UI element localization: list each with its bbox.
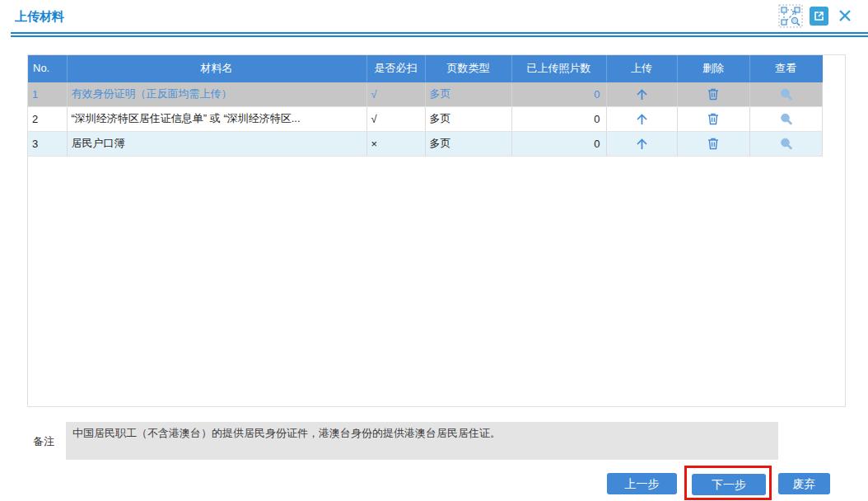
row-number: 3	[28, 131, 67, 156]
upload-icon[interactable]	[632, 85, 651, 103]
uploaded-count: 0	[511, 106, 606, 131]
upload-cell	[606, 131, 677, 156]
required-flag: √	[366, 82, 425, 106]
upload-cell	[606, 106, 677, 131]
delete-cell	[677, 82, 749, 106]
view-icon[interactable]	[777, 134, 795, 152]
close-icon[interactable]	[835, 6, 855, 26]
materials-table-panel: No. 材料名 是否必扫 页数类型 已上传照片数 上传 删除 查看 1 有效身份…	[27, 54, 846, 407]
upload-cell	[606, 82, 677, 106]
column-header-upload: 上传	[606, 55, 677, 82]
uploaded-count: 0	[511, 131, 606, 156]
view-cell	[749, 82, 822, 106]
column-header-delete: 删除	[677, 55, 749, 82]
remark-label: 备注	[33, 434, 54, 449]
page-type: 多页	[425, 131, 511, 156]
next-step-button[interactable]: 下一步	[692, 474, 766, 495]
uploaded-count: 0	[511, 82, 606, 106]
table-row[interactable]: 1 有效身份证明（正反面均需上传） √ 多页 0	[28, 82, 822, 106]
title-separator	[11, 32, 868, 37]
page-type: 多页	[425, 106, 511, 131]
page-type: 多页	[425, 82, 511, 106]
column-header-uploaded-count: 已上传照片数	[511, 55, 606, 82]
delete-icon[interactable]	[704, 110, 722, 128]
column-header-no: No.	[28, 55, 67, 82]
zoom-region-icon[interactable]	[778, 4, 803, 28]
material-name: “深圳经济特区居住证信息单” 或 “深圳经济特区...	[67, 106, 366, 131]
page-title: 上传材料	[15, 9, 64, 25]
view-icon[interactable]	[777, 85, 795, 103]
remark-textarea[interactable]: 中国居民职工（不含港澳台）的提供居民身份证件，港澳台身份的提供港澳台居民居住证。	[66, 422, 778, 460]
delete-cell	[677, 106, 749, 131]
table-header: No. 材料名 是否必扫 页数类型 已上传照片数 上传 删除 查看	[28, 55, 822, 82]
view-cell	[749, 131, 822, 156]
column-header-page-type: 页数类型	[425, 55, 511, 82]
table-body: 1 有效身份证明（正反面均需上传） √ 多页 0	[28, 82, 822, 156]
previous-step-button[interactable]: 上一步	[607, 473, 677, 494]
open-external-icon[interactable]	[810, 7, 828, 26]
required-flag: √	[366, 106, 425, 131]
table-row[interactable]: 3 居民户口簿 × 多页 0	[28, 131, 822, 156]
upload-materials-dialog: 上传材料	[0, 0, 868, 501]
material-name: 有效身份证明（正反面均需上传）	[67, 82, 366, 106]
required-flag: ×	[366, 131, 425, 156]
discard-button[interactable]: 废弃	[778, 473, 830, 494]
row-number: 1	[28, 82, 67, 106]
delete-icon[interactable]	[704, 85, 722, 103]
materials-table: No. 材料名 是否必扫 页数类型 已上传照片数 上传 删除 查看 1 有效身份…	[28, 55, 823, 157]
column-header-view: 查看	[749, 55, 822, 82]
column-header-material-name: 材料名	[67, 55, 366, 82]
view-icon[interactable]	[777, 110, 795, 128]
upload-icon[interactable]	[632, 134, 651, 152]
view-cell	[749, 106, 822, 131]
material-name: 居民户口簿	[67, 131, 366, 156]
delete-icon[interactable]	[704, 134, 722, 152]
upload-icon[interactable]	[632, 110, 651, 128]
delete-cell	[677, 131, 749, 156]
header-icons	[778, 3, 855, 28]
row-number: 2	[28, 106, 67, 131]
column-header-required-scan: 是否必扫	[366, 55, 425, 82]
table-row[interactable]: 2 “深圳经济特区居住证信息单” 或 “深圳经济特区... √ 多页 0	[28, 106, 822, 131]
